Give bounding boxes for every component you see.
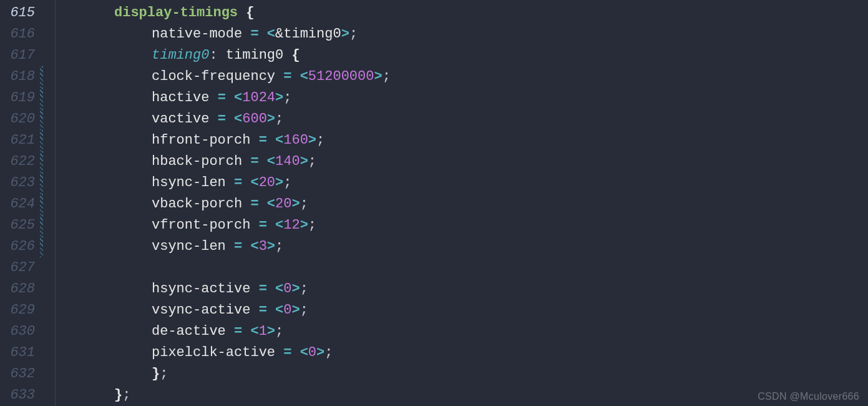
line-number: 623	[0, 172, 35, 194]
code-line[interactable]: vback-porch = <20>;	[64, 194, 868, 215]
token-punct	[267, 281, 275, 297]
code-line[interactable]: pixelclk-active = <0>;	[64, 342, 868, 364]
token-punct: ;	[383, 69, 391, 84]
token-op: <	[300, 69, 308, 84]
token-punct: ;	[308, 154, 316, 169]
line-number: 616	[0, 24, 35, 45]
token-op: >	[291, 281, 300, 297]
token-op: =	[250, 154, 258, 169]
token-op: =	[283, 345, 291, 360]
token-punct: ;	[308, 217, 316, 233]
token-num: 600	[242, 111, 267, 127]
change-marker	[39, 300, 44, 321]
code-line[interactable]: clock-frequency = <51200000>;	[64, 66, 868, 87]
token-op: =	[259, 302, 267, 318]
line-number: 615	[0, 2, 35, 24]
token-op: >	[308, 132, 316, 148]
token-punct	[267, 302, 275, 318]
token-punct: ;	[122, 387, 130, 403]
token-ident: vsync-active	[152, 302, 250, 318]
token-num: 1	[259, 324, 267, 339]
line-number: 617	[0, 45, 35, 66]
token-num: 51200000	[308, 69, 374, 84]
token-ident: hsync-len	[152, 175, 226, 191]
line-number: 619	[0, 87, 35, 109]
token-punct	[226, 324, 234, 339]
code-line[interactable]: };	[64, 385, 868, 406]
token-op: <	[234, 90, 242, 106]
code-line[interactable]: hfront-porch = <160>;	[64, 130, 868, 151]
token-punct	[218, 47, 226, 63]
change-marker	[40, 151, 43, 172]
code-line[interactable]: display-timings {	[64, 2, 868, 24]
token-op: <	[234, 111, 242, 127]
token-punct	[267, 217, 275, 233]
code-line[interactable]: timing0: timing0 {	[64, 45, 868, 66]
token-ident: vback-porch	[152, 196, 242, 212]
token-op: <	[275, 132, 283, 148]
code-line[interactable]: vsync-len = <3>;	[64, 236, 868, 257]
code-line[interactable]: hsync-active = <0>;	[64, 279, 868, 300]
token-ref: &timing0	[275, 26, 341, 42]
change-marker	[39, 2, 44, 24]
change-marker	[39, 257, 44, 279]
code-line[interactable]: de-active = <1>;	[64, 321, 868, 342]
change-marker	[39, 385, 44, 406]
token-punct: :	[209, 47, 217, 63]
line-number: 624	[0, 194, 35, 215]
code-line[interactable]: native-mode = <&timing0>;	[64, 24, 868, 45]
token-op: >	[341, 26, 349, 42]
code-line[interactable]: };	[64, 364, 868, 385]
code-editor[interactable]: 6156166176186196206216226236246256266276…	[0, 0, 868, 406]
line-number: 629	[0, 300, 35, 321]
token-op: >	[267, 111, 275, 127]
change-marker	[40, 215, 43, 236]
token-num: 12	[283, 217, 300, 233]
token-op: >	[267, 324, 275, 339]
token-punct	[250, 217, 258, 233]
token-punct: ;	[283, 90, 291, 106]
code-line[interactable]: vfront-porch = <12>;	[64, 215, 868, 236]
line-number: 633	[0, 385, 35, 406]
token-op: <	[267, 196, 275, 212]
line-number: 631	[0, 342, 35, 364]
line-number: 625	[0, 215, 35, 236]
token-num: 20	[275, 196, 291, 212]
code-line[interactable]: hback-porch = <140>;	[64, 151, 868, 172]
code-area[interactable]: display-timings {native-mode = <&timing0…	[64, 0, 868, 406]
change-marker	[40, 130, 43, 151]
token-ident: timing0	[226, 47, 283, 63]
token-label: timing0	[152, 47, 209, 63]
token-punct	[242, 26, 250, 42]
token-brace: }	[152, 366, 160, 382]
token-punct	[242, 154, 250, 169]
line-number: 627	[0, 257, 35, 279]
token-punct	[242, 175, 250, 191]
token-punct	[267, 132, 275, 148]
code-line[interactable]: vactive = <600>;	[64, 109, 868, 130]
gutter-divider	[55, 0, 56, 406]
token-op: =	[218, 111, 226, 127]
change-marker-column	[37, 0, 44, 406]
token-op: >	[291, 302, 300, 318]
token-op: <	[250, 239, 258, 254]
line-number: 621	[0, 130, 35, 151]
change-marker	[39, 279, 44, 300]
code-line[interactable]	[64, 257, 868, 279]
code-line[interactable]: hactive = <1024>;	[64, 87, 868, 109]
token-punct: ;	[300, 281, 308, 297]
token-num: 0	[308, 345, 316, 360]
code-line[interactable]: vsync-active = <0>;	[64, 300, 868, 321]
token-punct	[226, 175, 234, 191]
token-punct: ;	[316, 132, 324, 148]
token-brace: {	[246, 5, 254, 21]
token-punct: ;	[275, 111, 283, 127]
token-ident: hsync-active	[152, 281, 250, 297]
change-marker	[40, 172, 43, 194]
token-punct	[291, 69, 300, 84]
token-ident: hback-porch	[152, 154, 242, 169]
code-line[interactable]: hsync-len = <20>;	[64, 172, 868, 194]
token-op: =	[250, 26, 258, 42]
token-punct	[226, 90, 234, 106]
token-op: >	[267, 239, 275, 254]
